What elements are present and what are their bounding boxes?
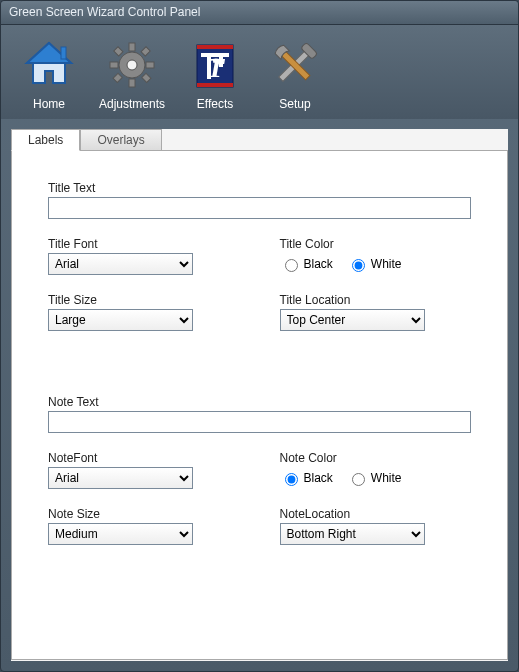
titlebar: Green Screen Wizard Control Panel: [1, 1, 518, 25]
title-location-select[interactable]: Top Center: [280, 309, 425, 331]
title-color-black-option[interactable]: Black: [280, 256, 333, 272]
tab-overlays[interactable]: Overlays: [80, 129, 161, 150]
window-title: Green Screen Wizard Control Panel: [9, 5, 200, 19]
svg-rect-12: [113, 73, 122, 82]
title-color-white-option[interactable]: White: [347, 256, 402, 272]
tools-icon: [265, 35, 325, 95]
svg-rect-8: [146, 62, 154, 68]
note-size-label: Note Size: [48, 507, 240, 521]
svg-text:T: T: [207, 52, 226, 83]
setup-button[interactable]: Setup: [265, 35, 325, 111]
svg-point-4: [127, 60, 137, 70]
title-font-label: Title Font: [48, 237, 240, 251]
svg-rect-15: [197, 83, 233, 87]
home-icon: [19, 35, 79, 95]
note-size-select[interactable]: Medium: [48, 523, 193, 545]
svg-rect-7: [110, 62, 118, 68]
svg-rect-6: [129, 79, 135, 87]
adjustments-button[interactable]: Adjustments: [99, 35, 165, 111]
tab-panel-labels: Title Text Title Font Arial Title Color …: [11, 150, 508, 660]
note-color-black-radio[interactable]: [285, 473, 298, 486]
note-color-white-option[interactable]: White: [347, 470, 402, 486]
title-font-select[interactable]: Arial: [48, 253, 193, 275]
title-size-select[interactable]: Large: [48, 309, 193, 331]
effects-button[interactable]: T Effects: [185, 35, 245, 111]
tab-labels[interactable]: Labels: [11, 129, 80, 151]
content-area: Labels Overlays Title Text Title Font Ar…: [11, 129, 508, 661]
note-font-select[interactable]: Arial: [48, 467, 193, 489]
app-window: Green Screen Wizard Control Panel Home: [0, 0, 519, 672]
note-color-label: Note Color: [280, 451, 472, 465]
title-text-label: Title Text: [48, 181, 471, 195]
title-color-label: Title Color: [280, 237, 472, 251]
svg-rect-9: [114, 47, 123, 56]
svg-rect-11: [141, 47, 150, 56]
toolbar: Home: [1, 25, 518, 119]
svg-rect-10: [142, 73, 151, 82]
toolbar-label: Adjustments: [99, 97, 165, 111]
effects-icon: T: [185, 35, 245, 95]
note-text-input[interactable]: [48, 411, 471, 433]
svg-rect-14: [197, 45, 233, 49]
title-color-white-radio[interactable]: [352, 259, 365, 272]
gear-icon: [102, 35, 162, 95]
note-location-label: NoteLocation: [280, 507, 472, 521]
note-font-label: NoteFont: [48, 451, 240, 465]
toolbar-label: Home: [33, 97, 65, 111]
title-location-label: Title Location: [280, 293, 472, 307]
tab-strip: Labels Overlays: [11, 129, 508, 150]
title-size-label: Title Size: [48, 293, 240, 307]
title-color-black-radio[interactable]: [285, 259, 298, 272]
note-color-black-option[interactable]: Black: [280, 470, 333, 486]
svg-rect-2: [61, 47, 66, 59]
toolbar-label: Effects: [197, 97, 233, 111]
home-button[interactable]: Home: [19, 35, 79, 111]
title-text-input[interactable]: [48, 197, 471, 219]
svg-rect-5: [129, 43, 135, 51]
toolbar-label: Setup: [279, 97, 310, 111]
note-color-white-radio[interactable]: [352, 473, 365, 486]
note-text-label: Note Text: [48, 395, 471, 409]
note-location-select[interactable]: Bottom Right: [280, 523, 425, 545]
